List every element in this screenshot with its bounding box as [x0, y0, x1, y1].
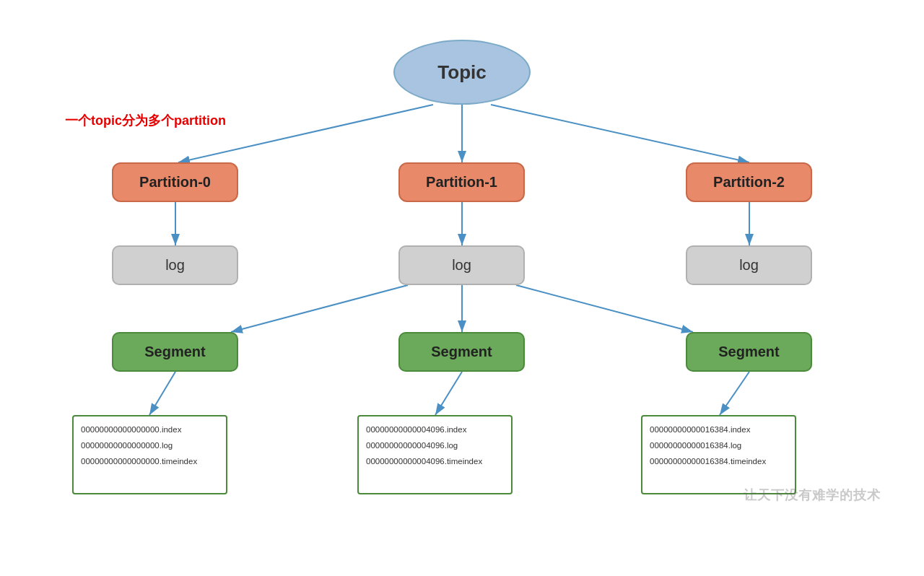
file-list-2: 00000000000016384.index 0000000000001638…	[641, 415, 796, 494]
log-2-node: log	[686, 245, 812, 285]
partition-2-node: Partition-2	[686, 162, 812, 202]
watermark: 让天下没有难学的技术	[744, 486, 881, 504]
svg-line-3	[491, 105, 749, 162]
annotation-text: 一个topic分为多个partition	[65, 112, 226, 129]
svg-line-12	[720, 372, 749, 415]
svg-line-10	[149, 372, 175, 415]
partition-1-node: Partition-1	[398, 162, 525, 202]
segment-2-node: Segment	[686, 332, 812, 372]
segment-0-node: Segment	[112, 332, 238, 372]
partition-0-node: Partition-0	[112, 162, 238, 202]
svg-line-7	[231, 285, 408, 332]
file-list-0: 00000000000000000.index 0000000000000000…	[72, 415, 227, 494]
segment-1-node: Segment	[398, 332, 525, 372]
log-0-node: log	[112, 245, 238, 285]
file-list-1: 00000000000004096.index 0000000000000409…	[357, 415, 513, 494]
diagram-container: 一个topic分为多个partition T	[0, 0, 924, 576]
svg-line-11	[435, 372, 462, 415]
topic-node: Topic	[393, 40, 531, 105]
svg-line-9	[516, 285, 693, 332]
log-1-node: log	[398, 245, 525, 285]
